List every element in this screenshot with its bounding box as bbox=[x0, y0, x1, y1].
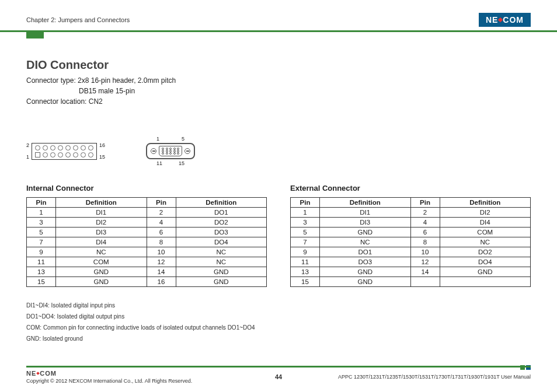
th-pin: Pin bbox=[291, 198, 320, 208]
def-cell: DO3 bbox=[176, 228, 267, 237]
table-row: 7DI48DO4 bbox=[27, 237, 267, 247]
pin-cell: 5 bbox=[27, 228, 56, 237]
def-cell: DI3 bbox=[320, 218, 411, 228]
pin-cell: 6 bbox=[147, 228, 176, 237]
def-cell: GND bbox=[320, 267, 411, 277]
pin-cell: 8 bbox=[410, 237, 440, 247]
th-def: Definition bbox=[320, 198, 411, 208]
def-cell: DI1 bbox=[56, 208, 147, 218]
def-cell: DO2 bbox=[176, 218, 267, 228]
table-row: 3DI34DI4 bbox=[291, 218, 531, 228]
table-row: 5GND6COM bbox=[291, 228, 531, 237]
table-row: 11COM12NC bbox=[27, 257, 267, 267]
def-cell: DO1 bbox=[176, 208, 267, 218]
table-row: 9DO110DO2 bbox=[291, 247, 531, 257]
pin-cell: 5 bbox=[291, 228, 320, 237]
pin-cell: 13 bbox=[291, 267, 320, 277]
logo-text-right: COM bbox=[503, 15, 524, 24]
def-cell: DO2 bbox=[440, 247, 531, 257]
pin-cell: 6 bbox=[410, 228, 440, 237]
db15-bot-r: 15 bbox=[179, 160, 184, 166]
def-cell: GND bbox=[56, 267, 147, 277]
def-cell: NC bbox=[440, 237, 531, 247]
table-row: 1DI12DI2 bbox=[291, 208, 531, 218]
pin-cell: 7 bbox=[27, 237, 56, 247]
external-connector-table: Pin Definition Pin Definition 1DI12DI23D… bbox=[290, 197, 531, 287]
pin-cell: 12 bbox=[410, 257, 440, 267]
note-gnd: GND: Isolated ground bbox=[26, 333, 531, 344]
screw-icon bbox=[184, 148, 190, 154]
th-def: Definition bbox=[440, 198, 531, 208]
def-cell: NC bbox=[176, 257, 267, 267]
pin-cell: 3 bbox=[27, 218, 56, 228]
diag-label-tl: 2 bbox=[26, 142, 29, 148]
screw-icon bbox=[151, 148, 156, 154]
chapter-label: Chapter 2: Jumpers and Connectors bbox=[26, 16, 130, 23]
db15-top-l: 1 bbox=[156, 136, 159, 142]
pin-cell: 7 bbox=[291, 237, 320, 247]
internal-table-title: Internal Connector bbox=[26, 184, 267, 192]
diag-label-br: 15 bbox=[99, 154, 105, 160]
external-table-title: External Connector bbox=[290, 184, 531, 192]
logo-text-left: NE bbox=[486, 15, 498, 24]
table-row: 1DI12DO1 bbox=[27, 208, 267, 218]
page-title: DIO Connector bbox=[26, 58, 531, 72]
def-cell: DO3 bbox=[320, 257, 411, 267]
pin-cell: 12 bbox=[147, 257, 176, 267]
table-row: 13GND14GND bbox=[291, 267, 531, 277]
pin-cell: 4 bbox=[147, 218, 176, 228]
def-cell: GND bbox=[176, 277, 267, 287]
note-do: DO1~DO4: Isolated digital output pins bbox=[26, 311, 531, 322]
def-cell bbox=[440, 277, 531, 287]
def-cell: DI4 bbox=[440, 218, 531, 228]
table-row: 11DO312DO4 bbox=[291, 257, 531, 267]
pin-cell: 4 bbox=[410, 218, 440, 228]
def-cell: COM bbox=[440, 228, 531, 237]
def-cell: COM bbox=[56, 257, 147, 267]
connector-type-1: Connector type: 2x8 16-pin header, 2.0mm… bbox=[26, 75, 531, 86]
page-number: 44 bbox=[26, 373, 531, 380]
pin-cell: 2 bbox=[410, 208, 440, 218]
note-com: COM: Common pin for connecting inductive… bbox=[26, 322, 531, 333]
pin-cell: 16 bbox=[147, 277, 176, 287]
def-cell: DO4 bbox=[440, 257, 531, 267]
def-cell: NC bbox=[176, 247, 267, 257]
table-row: 13GND14GND bbox=[27, 267, 267, 277]
header-pin-diagram: 2 1 16 15 bbox=[26, 142, 105, 160]
pin-cell: 9 bbox=[27, 247, 56, 257]
diag-label-tr: 16 bbox=[99, 142, 105, 148]
connector-location: Connector location: CN2 bbox=[26, 96, 531, 107]
table-row: 15GND bbox=[291, 277, 531, 287]
th-pin: Pin bbox=[27, 198, 56, 208]
th-pin: Pin bbox=[410, 198, 440, 208]
pin-cell: 10 bbox=[410, 247, 440, 257]
nexcom-logo-top: NE COM bbox=[479, 13, 531, 27]
pin-cell: 15 bbox=[291, 277, 320, 287]
pin-cell: 11 bbox=[291, 257, 320, 267]
pin-cell: 15 bbox=[27, 277, 56, 287]
def-cell: DI1 bbox=[320, 208, 411, 218]
table-row: 7NC8NC bbox=[291, 237, 531, 247]
th-pin: Pin bbox=[147, 198, 176, 208]
def-cell: DI4 bbox=[56, 237, 147, 247]
header-stripe bbox=[0, 30, 557, 32]
pin-cell: 13 bbox=[27, 267, 56, 277]
def-cell: NC bbox=[56, 247, 147, 257]
def-cell: NC bbox=[320, 237, 411, 247]
table-row: 15GND16GND bbox=[27, 277, 267, 287]
def-cell: DO4 bbox=[176, 237, 267, 247]
pin-cell: 9 bbox=[291, 247, 320, 257]
table-row: 9NC10NC bbox=[27, 247, 267, 257]
pin-cell: 14 bbox=[147, 267, 176, 277]
pin-cell: 1 bbox=[291, 208, 320, 218]
pin-cell: 2 bbox=[147, 208, 176, 218]
logo-diamond-icon bbox=[498, 18, 503, 22]
pin-cell: 8 bbox=[147, 237, 176, 247]
table-row: 3DI24DO2 bbox=[27, 218, 267, 228]
def-cell: DI2 bbox=[440, 208, 531, 218]
pin-cell: 3 bbox=[291, 218, 320, 228]
pin-cell: 1 bbox=[27, 208, 56, 218]
connector-type-2: DB15 male 15-pin bbox=[79, 86, 531, 96]
db15-diagram: 1 5 11 15 bbox=[146, 136, 195, 166]
def-cell: GND bbox=[320, 228, 411, 237]
